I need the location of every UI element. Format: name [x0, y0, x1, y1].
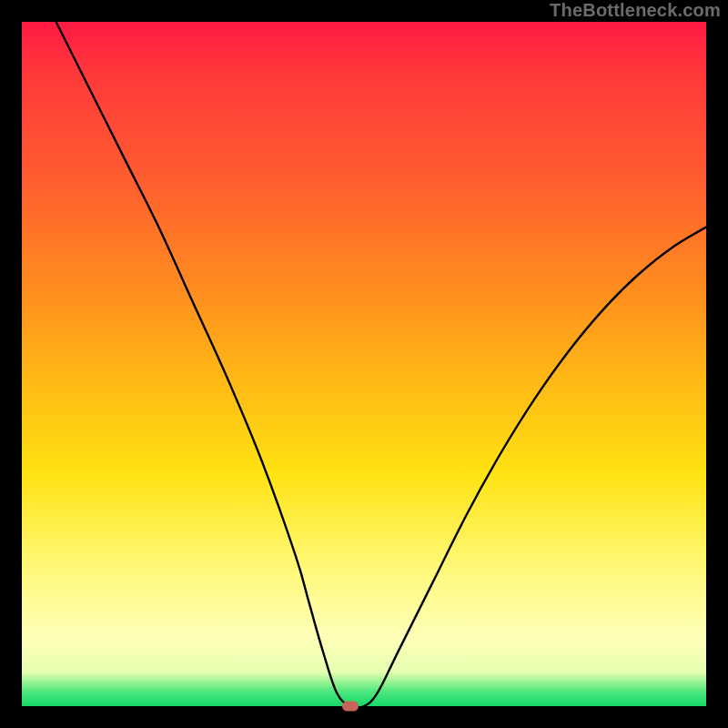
- bottleneck-curve: [22, 22, 706, 706]
- chart-container: TheBottleneck.com: [0, 0, 728, 728]
- watermark-text: TheBottleneck.com: [550, 0, 721, 21]
- minimum-marker: [342, 702, 359, 712]
- plot-area: [22, 22, 706, 706]
